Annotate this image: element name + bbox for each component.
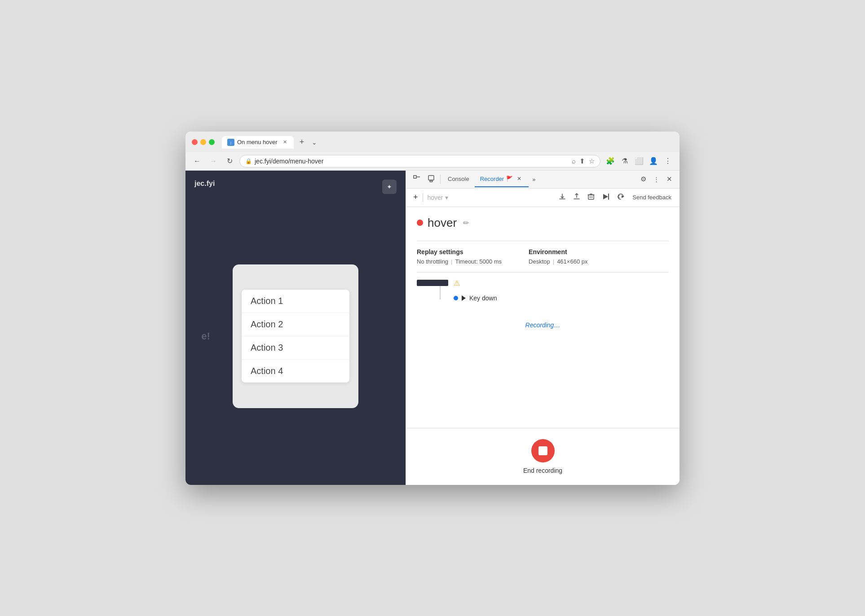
tab-bar: j On menu hover ✕ + ⌄ (222, 136, 317, 149)
flask-icon[interactable]: ⚗ (618, 155, 631, 167)
toolbar-divider (423, 193, 423, 202)
maximize-window-button[interactable] (209, 139, 215, 145)
add-recording-button[interactable]: + (411, 192, 420, 203)
recording-header: hover ✏ (417, 216, 669, 230)
extensions-icon[interactable]: 🧩 (604, 155, 617, 167)
menu-card: Action 1 Action 2 Action 3 Action 4 (233, 264, 358, 408)
profile-icon[interactable]: 👤 (647, 155, 660, 167)
step-bar-container (417, 280, 448, 299)
delete-recording-button[interactable] (585, 191, 597, 204)
window-controls (192, 139, 215, 145)
step-event-label: Key down (469, 295, 497, 302)
nav-right-icons: 🧩 ⚗ ⬜ 👤 ⋮ (604, 155, 674, 167)
list-item[interactable]: Action 1 (242, 290, 349, 313)
toolbar-right-actions: Send feedback (556, 191, 674, 204)
new-tab-button[interactable]: + (296, 136, 308, 149)
svg-rect-2 (414, 176, 416, 178)
dropdown-value: hover (428, 194, 443, 201)
nav-bar: ← → ↻ 🔒 jec.fyi/demo/menu-hover ⌕ ⬆ ☆ 🧩 … (185, 152, 680, 171)
replay-settings-label: Replay settings (417, 248, 502, 255)
recording-dropdown[interactable]: hover ▾ (426, 193, 498, 202)
replay-back-button[interactable] (614, 191, 628, 204)
desktop-text: Desktop (529, 258, 550, 265)
menu-inner-card: Action 1 Action 2 Action 3 Action 4 (242, 290, 349, 383)
expand-step-button[interactable] (462, 295, 466, 301)
recorder-tab-close[interactable]: ✕ (515, 175, 523, 183)
browser-window: j On menu hover ✕ + ⌄ ← → ↻ 🔒 jec.fyi/de… (185, 132, 680, 485)
share-icon[interactable]: ⬆ (579, 157, 585, 165)
tab-console[interactable]: Console (442, 172, 475, 187)
step-timeline-line (440, 286, 441, 299)
more-menu-icon[interactable]: ⋮ (662, 155, 674, 167)
tab-favicon: j (227, 139, 234, 146)
tab-divider (440, 175, 441, 184)
send-feedback-button[interactable]: Send feedback (630, 192, 674, 202)
resolution-text: 461×660 px (557, 258, 587, 265)
bookmark-icon[interactable]: ☆ (589, 157, 595, 165)
devtools-close-button[interactable]: ✕ (663, 173, 676, 185)
svg-marker-12 (603, 194, 608, 199)
tab-overflow-button[interactable]: » (529, 174, 539, 185)
devtools-more-button[interactable]: ⋮ (650, 174, 663, 185)
replay-settings-section: Replay settings No throttling | Timeout:… (417, 241, 669, 273)
tab-close-button[interactable]: ✕ (281, 139, 288, 146)
media-icon[interactable]: ⬜ (633, 155, 645, 167)
recording-dot (417, 220, 423, 226)
end-recording-button[interactable] (531, 439, 555, 462)
lock-icon: 🔒 (245, 158, 252, 164)
edit-title-button[interactable]: ✏ (461, 218, 471, 228)
chevron-down-icon: ▾ (445, 194, 448, 201)
device-toolbar-button[interactable] (424, 173, 438, 185)
step-event: Key down (454, 291, 497, 305)
search-icon[interactable]: ⌕ (572, 157, 576, 165)
replay-settings-group: Replay settings No throttling | Timeout:… (417, 248, 502, 265)
theme-toggle-button[interactable]: ✦ (382, 180, 397, 194)
tab-title: On menu hover (237, 139, 278, 145)
menu-demo-area: H e! Action 1 Action 2 Action 3 Action 4 (194, 197, 397, 476)
web-page: jec.fyi ✦ H e! Action 1 Action 2 Action … (185, 171, 406, 485)
list-item[interactable]: Action 4 (242, 360, 349, 383)
tab-menu-button[interactable]: ⌄ (312, 139, 317, 146)
address-text: jec.fyi/demo/menu-hover (255, 158, 569, 165)
warning-icon: ⚠ (454, 279, 460, 287)
forward-button[interactable]: → (207, 155, 220, 167)
tab-recorder[interactable]: Recorder 🚩 ✕ (475, 171, 529, 187)
step-area: ⚠ Key down (417, 280, 669, 305)
helper-text: H e! (185, 330, 210, 342)
list-item[interactable]: Action 2 (242, 313, 349, 336)
recorder-content: hover ✏ Replay settings No throttling | … (406, 207, 680, 428)
minimize-window-button[interactable] (200, 139, 206, 145)
recording-title: hover (428, 216, 457, 230)
svg-text:j: j (230, 141, 231, 145)
replay-button[interactable] (599, 191, 613, 204)
pipe-divider-2: | (553, 258, 554, 265)
devtools-panel: Console Recorder 🚩 ✕ » ⚙ ⋮ ✕ + hover ▾ (406, 171, 680, 485)
back-button[interactable]: ← (191, 155, 203, 167)
web-logo: jec.fyi (194, 180, 397, 188)
list-item[interactable]: Action 3 (242, 336, 349, 360)
close-window-button[interactable] (192, 139, 198, 145)
inspect-element-button[interactable] (410, 173, 424, 185)
devtools-tabs: Console Recorder 🚩 ✕ » ⚙ ⋮ ✕ (406, 171, 680, 189)
environment-label: Environment (529, 248, 587, 255)
export-button[interactable] (556, 191, 569, 204)
svg-rect-4 (428, 176, 434, 180)
recording-status: Recording… (417, 312, 669, 338)
main-content: jec.fyi ✦ H e! Action 1 Action 2 Action … (185, 171, 680, 485)
timeout-text: Timeout: 5000 ms (455, 258, 502, 265)
no-throttling-text: No throttling (417, 258, 448, 265)
svg-rect-5 (430, 180, 432, 182)
environment-details: Desktop | 461×660 px (529, 258, 587, 265)
settings-row: Replay settings No throttling | Timeout:… (417, 248, 669, 265)
import-button[interactable] (570, 191, 583, 204)
title-bar: j On menu hover ✕ + ⌄ (185, 132, 680, 152)
active-tab[interactable]: j On menu hover ✕ (222, 136, 294, 149)
recorder-toolbar: + hover ▾ (406, 189, 680, 207)
devtools-settings-button[interactable]: ⚙ (637, 173, 650, 185)
reload-button[interactable]: ↻ (223, 155, 236, 167)
address-icons: ⌕ ⬆ ☆ (572, 157, 595, 165)
pipe-divider: | (451, 258, 452, 265)
address-bar[interactable]: 🔒 jec.fyi/demo/menu-hover ⌕ ⬆ ☆ (239, 155, 600, 167)
end-recording-area: End recording (406, 428, 680, 485)
stop-icon (538, 446, 547, 455)
